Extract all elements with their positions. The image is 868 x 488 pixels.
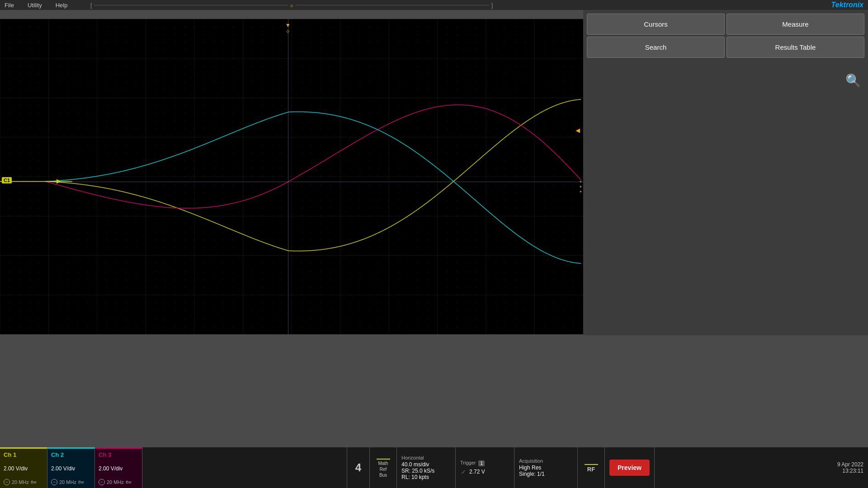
date-display: 9 Apr 2022 (837, 461, 863, 468)
waveform-preview-spacer (142, 447, 347, 488)
horizontal-sample-rate: SR: 25.0 kS/s (401, 468, 451, 474)
measure-button[interactable]: Measure (726, 14, 864, 35)
rf-box[interactable]: RF (578, 447, 605, 488)
acquisition-title: Acquisition (519, 458, 573, 464)
right-panel: Cursors Measure Search Results Table 🔍 (583, 10, 868, 335)
ch2-title: Ch 2 (51, 451, 91, 458)
trigger-voltage: 2.72 V (469, 469, 485, 475)
tektronix-logo: Tektronix (831, 1, 863, 9)
trigger-slope-row: ⟋ 2.72 V (460, 468, 509, 475)
trigger-bracket-right: ] (491, 2, 493, 9)
ch1-title: Ch 1 (4, 451, 43, 458)
math-line (377, 459, 390, 460)
ch1-volts-div: 2.00 V/div (4, 465, 43, 472)
help-menu[interactable]: Help (56, 2, 68, 9)
results-table-button[interactable]: Results Table (726, 37, 864, 58)
ch1-info-box[interactable]: Ch 1 2.00 V/div ~ 20 MHz Bw (0, 447, 47, 488)
ref-label: Ref (380, 467, 387, 472)
math-label: Math (378, 461, 388, 466)
trigger-position-bar: [ ⬦ ] (90, 0, 493, 10)
trigger-title-row: Trigger 1 (460, 460, 509, 466)
scope-display: ▼ ⬦ C1 ◄ ••• (0, 19, 583, 334)
trigger-channel-badge: 1 (478, 460, 485, 466)
datetime-box: 9 Apr 2022 13:23:11 (655, 447, 868, 488)
ch1-bw: Bw (31, 480, 37, 484)
ch3-info-box[interactable]: Ch 3 2.00 V/div ~ 20 MHz Bw (95, 447, 142, 488)
acquisition-single: Single: 1/1 (519, 471, 573, 477)
cursors-button[interactable]: Cursors (587, 14, 725, 35)
waveform-display (0, 19, 583, 334)
ch2-bw: Bw (78, 480, 84, 484)
acquisition-mode: High Res (519, 465, 573, 471)
acquisition-info-box: Acquisition High Res Single: 1/1 (514, 447, 578, 488)
bus-label: Bus (379, 473, 387, 478)
button-grid: Cursors Measure Search Results Table (583, 10, 868, 61)
trigger-bracket-left: [ (90, 2, 92, 9)
ch3-title: Ch 3 (99, 451, 138, 458)
ch2-freq: ~ 20 MHz Bw (51, 479, 91, 485)
menu-bar: File Utility Help [ ⬦ ] (0, 0, 583, 10)
horizontal-title: Horizontal (401, 455, 451, 460)
magnifier-icon: 🔍 (845, 73, 861, 88)
rf-label: RF (587, 466, 595, 473)
math-ref-bus-box[interactable]: Math Ref Bus (370, 447, 397, 488)
search-button[interactable]: Search (587, 37, 725, 58)
utility-menu[interactable]: Utility (28, 2, 42, 9)
logo-area: Tektronix (583, 0, 868, 10)
ch2-info-box[interactable]: Ch 2 2.00 V/div ~ 20 MHz Bw (47, 447, 95, 488)
status-bar: Ch 1 2.00 V/div ~ 20 MHz Bw Ch 2 2.00 V/… (0, 447, 868, 488)
ch3-volts-div: 2.00 V/div (99, 465, 138, 472)
preview-button[interactable]: Preview (609, 460, 650, 476)
file-menu[interactable]: File (5, 2, 14, 9)
horizontal-time-div: 40.0 ms/div (401, 461, 451, 468)
trigger-info-box: Trigger 1 ⟋ 2.72 V (456, 447, 514, 488)
trigger-t-icon: ⬦ (290, 1, 293, 9)
horizontal-record-length: RL: 10 kpts (401, 474, 451, 480)
ch3-freq: ~ 20 MHz Bw (99, 479, 138, 485)
preview-box: Preview (605, 447, 655, 488)
trigger-slope-icon: ⟋ (460, 468, 467, 475)
time-display: 13:23:11 (842, 468, 863, 474)
ch3-bw: Bw (126, 480, 132, 484)
rf-line (585, 464, 598, 465)
horizontal-info-box: Horizontal 40.0 ms/div SR: 25.0 kS/s RL:… (397, 447, 456, 488)
channel-count-box: 4 (347, 447, 370, 488)
ch2-volts-div: 2.00 V/div (51, 465, 91, 472)
ch1-freq: ~ 20 MHz Bw (4, 479, 43, 485)
trigger-title: Trigger (460, 460, 476, 465)
